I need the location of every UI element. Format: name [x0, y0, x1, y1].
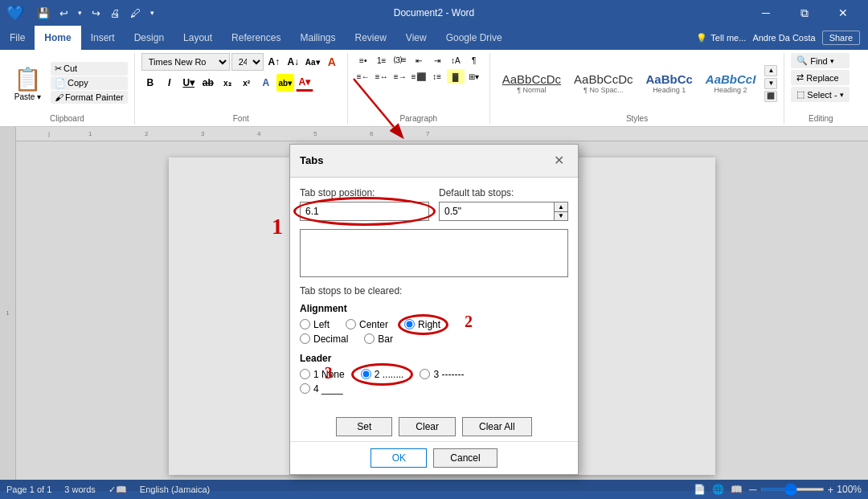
select-button[interactable]: ⬚ Select - ▾	[791, 87, 849, 102]
font-size-select[interactable]: 24	[231, 53, 264, 71]
qa-more-button[interactable]: ▾	[147, 7, 158, 18]
shading-button[interactable]: ▓	[447, 69, 465, 84]
find-icon: 🔍	[796, 55, 808, 66]
cut-button[interactable]: ✂Cut	[51, 62, 128, 76]
clear-all-button[interactable]: Clear All	[462, 417, 532, 436]
paste-button[interactable]: 📋 Paste ▾	[6, 62, 49, 105]
align-center-radio[interactable]	[346, 319, 356, 329]
align-right-option[interactable]: Right	[404, 319, 440, 330]
font-name-row: Times New Ro 24 A↑ A↓ Aa▾ A	[141, 53, 341, 71]
leader-2-radio[interactable]	[361, 369, 371, 379]
text-effects-button[interactable]: A	[257, 74, 275, 92]
clear-button[interactable]: Clear	[399, 417, 456, 436]
default-tab-input[interactable]	[439, 202, 554, 221]
tab-design[interactable]: Design	[125, 26, 174, 50]
set-button[interactable]: Set	[336, 417, 392, 436]
find-button[interactable]: 🔍 Find ▾	[791, 53, 849, 68]
dialog-close-button[interactable]: ✕	[549, 151, 568, 170]
leader-4-option[interactable]: 4 ____	[300, 383, 343, 395]
minimize-button[interactable]: ─	[747, 0, 784, 26]
tab-list-box[interactable]	[300, 229, 568, 277]
styles-scroll-down[interactable]: ▼	[764, 78, 777, 89]
customize-qa-button[interactable]: 🖊	[127, 6, 144, 21]
spinner-up-button[interactable]: ▲	[554, 202, 568, 211]
multilevel-button[interactable]: ⑶≡	[391, 53, 409, 67]
title-bar: 💙 💾 ↩ ▾ ↪ 🖨 🖊 ▾ Document2 - Word ─ ⧉ ✕	[0, 0, 868, 26]
align-bar-radio[interactable]	[364, 333, 375, 344]
highlight-button[interactable]: ab▾	[276, 74, 294, 92]
tab-references[interactable]: References	[222, 26, 290, 50]
underline-button[interactable]: U▾	[180, 74, 198, 92]
decrease-font-button[interactable]: A↓	[285, 53, 302, 71]
tab-insert[interactable]: Insert	[81, 26, 125, 50]
leader-2-label: 2 ........	[375, 369, 404, 380]
cancel-button[interactable]: Cancel	[433, 448, 497, 468]
align-decimal-radio[interactable]	[300, 333, 310, 344]
tab-home[interactable]: Home	[35, 26, 80, 50]
align-right-radio[interactable]	[404, 319, 415, 329]
styles-expand[interactable]: ⬛	[764, 91, 777, 102]
subscript-button[interactable]: x₂	[219, 74, 236, 92]
share-button[interactable]: Share	[822, 31, 860, 45]
borders-button[interactable]: ⊞▾	[465, 69, 483, 84]
tab-file[interactable]: File	[0, 26, 35, 50]
align-center-option[interactable]: Center	[346, 319, 388, 330]
spinner-down-button[interactable]: ▼	[554, 211, 568, 221]
font-family-select[interactable]: Times New Ro	[141, 53, 230, 71]
tab-stop-input-wrapper	[300, 202, 429, 221]
clear-formatting-button[interactable]: A	[323, 53, 341, 71]
bullets-button[interactable]: ≡•	[354, 53, 372, 67]
undo-qa-button[interactable]: ↩	[56, 6, 72, 21]
italic-button[interactable]: I	[161, 74, 178, 92]
style-heading2[interactable]: AaBbCcI Heading 2	[700, 70, 762, 96]
bold-button[interactable]: B	[141, 74, 159, 92]
align-left-radio[interactable]	[300, 319, 310, 329]
font-color-button[interactable]: A▾	[296, 74, 313, 92]
restore-button[interactable]: ⧉	[786, 0, 823, 26]
copy-button[interactable]: 📄Copy	[51, 76, 128, 90]
close-button[interactable]: ✕	[825, 0, 862, 26]
leader-2-option[interactable]: 2 ........	[361, 369, 404, 380]
format-painter-button[interactable]: 🖌Format Painter	[51, 91, 128, 104]
numbering-button[interactable]: 1≡	[373, 53, 391, 67]
annotation-2: 2	[465, 313, 473, 331]
style-normal[interactable]: AaBbCcDc ¶ Normal	[497, 70, 567, 96]
default-tab-spinner: ▲ ▼	[439, 202, 568, 221]
tab-view[interactable]: View	[396, 26, 436, 50]
tab-stop-input[interactable]	[300, 202, 429, 221]
styles-scroll-up[interactable]: ▲	[764, 65, 777, 76]
tab-layout[interactable]: Layout	[174, 26, 222, 50]
decrease-indent-button[interactable]: ⇤	[410, 53, 428, 67]
undo-dropdown-button[interactable]: ▾	[75, 7, 85, 18]
ok-button[interactable]: OK	[371, 448, 427, 468]
superscript-button[interactable]: x²	[238, 74, 256, 92]
replace-button[interactable]: ⇄ Replace	[791, 70, 849, 85]
align-decimal-option[interactable]: Decimal	[300, 333, 348, 345]
increase-indent-button[interactable]: ⇥	[428, 53, 446, 67]
change-case-button[interactable]: Aa▾	[304, 53, 321, 71]
line-spacing-button[interactable]: ↕≡	[428, 69, 446, 84]
editing-buttons: 🔍 Find ▾ ⇄ Replace ⬚ Select - ▾	[791, 53, 849, 113]
align-bar-option[interactable]: Bar	[364, 333, 393, 345]
style-items-container: AaBbCcDc ¶ Normal AaBbCcDc ¶ No Spac... …	[497, 70, 762, 96]
leader-3-radio[interactable]	[420, 369, 430, 379]
show-hide-button[interactable]: ¶	[465, 53, 483, 67]
leader-3-option[interactable]: 3 -------	[420, 369, 464, 380]
increase-font-button[interactable]: A↑	[265, 53, 283, 71]
tab-stop-row: Tab stop position: Default tab stops:	[300, 187, 568, 221]
sort-button[interactable]: ↕A	[447, 53, 465, 67]
save-qa-button[interactable]: 💾	[34, 6, 53, 21]
leader-1-option[interactable]: 1 None	[300, 369, 345, 380]
print-preview-qa-button[interactable]: 🖨	[107, 6, 124, 21]
leader-4-label: 4 ____	[313, 383, 343, 395]
style-heading1[interactable]: AaBbCc Heading 1	[640, 70, 698, 96]
redo-qa-button[interactable]: ↪	[88, 6, 104, 21]
leader-1-radio[interactable]	[300, 369, 310, 379]
style-no-spacing[interactable]: AaBbCcDc ¶ No Spac...	[568, 70, 638, 96]
tab-mailings[interactable]: Mailings	[290, 26, 345, 50]
strikethrough-button[interactable]: ab	[199, 74, 217, 92]
tab-googledrive[interactable]: Google Drive	[436, 26, 512, 50]
tab-review[interactable]: Review	[345, 26, 395, 50]
align-left-option[interactable]: Left	[300, 319, 330, 330]
leader-4-radio[interactable]	[300, 383, 310, 394]
